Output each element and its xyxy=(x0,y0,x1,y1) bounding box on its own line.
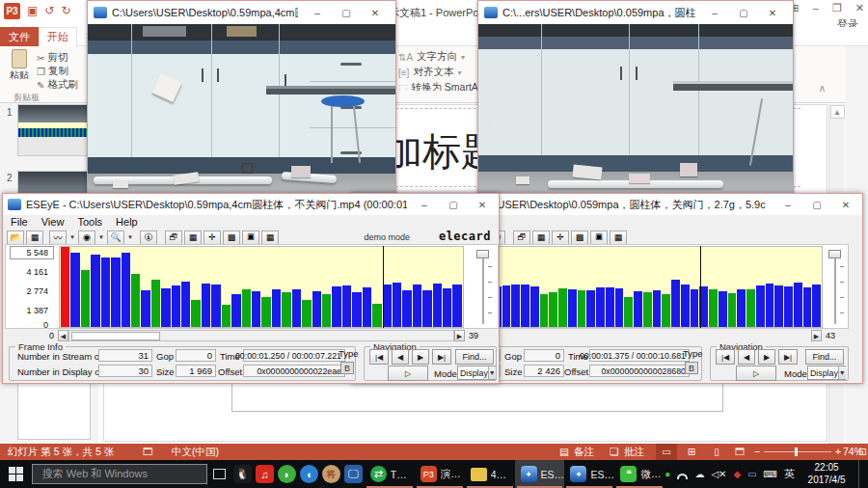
chart-zoom-slider[interactable] xyxy=(476,247,490,328)
dense-grid-icon[interactable]: ▦ xyxy=(610,230,627,245)
netease-music-icon[interactable]: ♫ xyxy=(254,460,276,488)
chinese-chess-icon[interactable]: 将 xyxy=(320,460,342,488)
redo-icon[interactable]: ↻ xyxy=(61,3,70,19)
powerpoint-logo-icon[interactable]: P3 xyxy=(4,3,20,19)
language-indicator[interactable]: 中文(中国) xyxy=(172,446,219,459)
taskbar-search-input[interactable]: 搜索 Web 和 Windows xyxy=(32,464,208,484)
minimize-button[interactable]: – xyxy=(700,3,729,22)
last-frame-button[interactable]: ▶| xyxy=(432,349,451,365)
video2-frame[interactable] xyxy=(478,24,793,202)
chart-scrollbar[interactable] xyxy=(68,330,454,341)
video2-titlebar[interactable]: C:\...ers\USER\Desktop\0.059mpa，圆柱体，关阀门，… xyxy=(478,1,793,24)
taskbar-app-folder[interactable]: 4… xyxy=(465,460,515,488)
taskbar-app-eseye1[interactable]: ✦ ES… xyxy=(515,460,565,488)
cut-button[interactable]: ✂ 剪切 xyxy=(37,51,68,65)
mode-dropdown[interactable]: Display ▼ xyxy=(457,366,496,380)
task-view-button[interactable] xyxy=(207,460,231,488)
chart-cursor[interactable] xyxy=(700,246,701,328)
display-settings-icon[interactable]: 🗔 xyxy=(143,446,153,457)
taskbar-app-eseye2[interactable]: ✦ ES… xyxy=(564,460,614,488)
split-view-icon[interactable]: 🗗 xyxy=(513,230,530,245)
first-frame-button[interactable]: |◀ xyxy=(716,349,735,365)
play-button[interactable]: ▷ xyxy=(388,366,428,381)
menu-tools[interactable]: Tools xyxy=(77,216,102,228)
colored-blocks-icon[interactable]: 🞕 xyxy=(590,230,608,245)
find-button[interactable]: Find... xyxy=(455,349,494,365)
next-frame-button[interactable]: ▶ xyxy=(758,349,775,365)
colored-blocks-icon[interactable]: 🞕 xyxy=(242,230,259,245)
scroll-right-icon[interactable]: ▶ xyxy=(454,330,465,341)
find-button[interactable]: Find... xyxy=(805,349,844,365)
scroll-left-icon[interactable]: ◀ xyxy=(58,330,68,341)
video1-frame[interactable] xyxy=(88,24,395,202)
format-painter-button[interactable]: ✎ 格式刷 xyxy=(37,78,78,92)
bird-app-icon[interactable]: ◖ xyxy=(298,460,320,488)
show-desktop-button[interactable] xyxy=(858,460,862,488)
restore-button[interactable]: ❐ xyxy=(832,2,842,14)
prev-frame-button[interactable]: ◀ xyxy=(738,349,755,365)
minimize-button[interactable]: – xyxy=(773,195,802,214)
close-button[interactable]: ✕ xyxy=(468,195,497,214)
zoom-icon[interactable]: 🔍 xyxy=(107,230,124,245)
close-button[interactable]: ✕ xyxy=(831,195,860,214)
monitor-icon[interactable]: ▭ xyxy=(747,469,756,479)
slide-thumbnail-1[interactable] xyxy=(17,104,91,156)
notes-button[interactable]: 备注 xyxy=(574,446,594,459)
copy-button[interactable]: ❐ 复制 xyxy=(37,65,68,78)
maximize-button[interactable]: ▢ xyxy=(729,3,758,22)
grid-view-icon[interactable]: ▦ xyxy=(184,230,202,245)
grid-view-icon[interactable]: ▦ xyxy=(532,230,550,245)
slide-thumbnail-5[interactable] xyxy=(17,374,91,440)
fit-to-window-icon[interactable]: ⊡ xyxy=(858,446,867,457)
view-sorter-button[interactable]: ⊞ xyxy=(681,444,702,460)
vectors-icon[interactable]: ✛ xyxy=(552,230,569,245)
parrot-app-icon[interactable]: ◗ xyxy=(276,460,298,488)
taskbar-app-t[interactable]: ⇄ T… xyxy=(365,460,415,488)
next-frame-button[interactable]: ▶ xyxy=(412,349,429,365)
save-icon[interactable]: ▣ xyxy=(27,3,38,19)
video1-titlebar[interactable]: C:\Users\USER\Desktop\0.59mpa,4cm圆柱体，不关.… xyxy=(88,1,395,24)
taskbar-app-powerpoint[interactable]: P3 演… xyxy=(415,460,465,488)
align-text-button[interactable]: [≡] 对齐文本▾ xyxy=(398,66,461,79)
undo-icon[interactable]: ↺ xyxy=(44,3,54,19)
view-normal-button[interactable]: ▭ xyxy=(656,444,677,460)
split-view-icon[interactable]: 🗗 xyxy=(165,230,182,245)
frame-size-chart[interactable] xyxy=(59,246,464,328)
ime-indicator[interactable]: 英 xyxy=(784,467,795,481)
vectors-icon[interactable]: ✛ xyxy=(203,230,221,245)
video-player-icon[interactable]: 🖵 xyxy=(342,460,365,488)
security-badge-icon[interactable]: ◆ xyxy=(733,469,741,479)
zoom-in-button[interactable]: + xyxy=(835,446,841,457)
menu-view[interactable]: View xyxy=(41,216,65,228)
chart-icon[interactable]: 〰 xyxy=(49,230,67,245)
text-direction-button[interactable]: ⇅A 文字方向▾ xyxy=(398,50,465,64)
dense-grid-icon[interactable]: ▦ xyxy=(261,230,279,245)
menu-help[interactable]: Help xyxy=(116,216,138,228)
minimize-button[interactable]: – xyxy=(303,3,332,22)
chart-cursor[interactable] xyxy=(383,246,384,328)
cloud-icon[interactable]: ☁ xyxy=(694,469,704,479)
taskbar-app-wechat[interactable]: ❝ 微… xyxy=(614,460,665,488)
eseye1-titlebar[interactable]: ESEyE - C:\Users\USER\Desktop\0.59mpa,4c… xyxy=(3,194,499,215)
last-frame-button[interactable]: ▶| xyxy=(778,349,798,365)
scroll-up-icon[interactable]: ▲ xyxy=(830,105,845,119)
view-reading-button[interactable]: ▯ xyxy=(706,444,727,460)
paste-button[interactable]: 粘贴 xyxy=(5,49,34,88)
close-button[interactable]: ✕ xyxy=(361,3,390,22)
mode-dropdown[interactable]: Display ▼ xyxy=(807,366,846,380)
speaker-muted-icon[interactable]: ◁✕ xyxy=(711,469,726,479)
view-slideshow-button[interactable]: 🗖 xyxy=(729,444,750,460)
play-button[interactable]: ▷ xyxy=(736,366,776,381)
scroll-right-icon[interactable]: ▶ xyxy=(811,330,822,341)
qq-icon[interactable]: 🐧 xyxy=(231,460,254,488)
collapse-ribbon-icon[interactable]: ᴧ xyxy=(820,83,825,94)
open-icon[interactable]: 📂 xyxy=(7,230,24,245)
tab-home[interactable]: 开始 xyxy=(39,27,77,46)
color-wheel-icon[interactable]: ◉ xyxy=(78,230,95,245)
info-icon[interactable]: 🛈 xyxy=(140,230,157,245)
comments-button[interactable]: 批注 xyxy=(624,446,644,459)
maximize-button[interactable]: ▢ xyxy=(439,195,468,214)
menu-file[interactable]: File xyxy=(11,216,28,228)
close-button[interactable]: ✕ xyxy=(758,3,787,22)
minimize-button[interactable]: – xyxy=(813,2,819,14)
